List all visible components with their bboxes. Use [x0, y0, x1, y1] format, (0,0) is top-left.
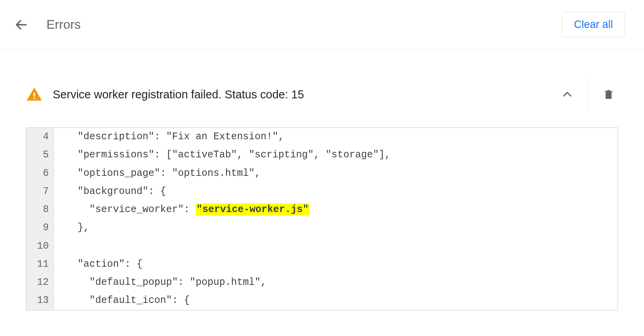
code-row: 5 "permissions": ["activeTab", "scriptin…	[26, 146, 618, 164]
error-controls	[558, 79, 618, 110]
chevron-up-icon	[561, 89, 573, 100]
code-line: },	[54, 219, 618, 237]
line-number: 13	[26, 292, 54, 310]
line-number: 12	[26, 273, 54, 292]
code-line: "default_icon": {	[54, 292, 618, 310]
code-row: 10	[26, 237, 618, 255]
line-number: 8	[26, 201, 54, 219]
line-number: 10	[26, 237, 54, 255]
error-header-row: Service worker registration failed. Stat…	[26, 73, 618, 120]
code-row: 4 "description": "Fix an Extension!",	[26, 128, 618, 146]
svg-rect-1	[33, 93, 35, 97]
code-row: 8 "service_worker": "service-worker.js"	[26, 201, 618, 219]
trash-icon	[603, 89, 614, 100]
clear-all-button[interactable]: Clear all	[562, 12, 625, 37]
page-header: Errors Clear all	[0, 0, 644, 50]
code-line: "description": "Fix an Extension!",	[54, 128, 618, 146]
code-row: 7 "background": {	[26, 183, 618, 201]
code-row: 6 "options_page": "options.html",	[26, 164, 618, 183]
error-message: Service worker registration failed. Stat…	[53, 88, 558, 101]
code-line: "service_worker": "service-worker.js"	[54, 201, 618, 219]
code-line	[54, 237, 618, 255]
error-panel: Service worker registration failed. Stat…	[26, 73, 618, 310]
code-snippet: 4 "description": "Fix an Extension!",5 "…	[26, 127, 618, 310]
back-button[interactable]	[12, 15, 31, 34]
code-line: "background": {	[54, 183, 618, 201]
code-row: 9 },	[26, 219, 618, 237]
line-number: 4	[26, 128, 54, 146]
line-number: 11	[26, 255, 54, 273]
code-line: "default_popup": "popup.html",	[54, 273, 618, 292]
collapse-button[interactable]	[558, 85, 577, 104]
line-number: 6	[26, 164, 54, 183]
arrow-left-icon	[14, 18, 28, 32]
page-title: Errors	[46, 17, 562, 32]
code-line: "permissions": ["activeTab", "scripting"…	[54, 146, 618, 164]
code-row: 12 "default_popup": "popup.html",	[26, 273, 618, 292]
vertical-divider	[588, 79, 588, 110]
code-row: 13 "default_icon": {	[26, 292, 618, 310]
line-number: 7	[26, 183, 54, 201]
code-line: "options_page": "options.html",	[54, 164, 618, 183]
line-number: 5	[26, 146, 54, 164]
delete-error-button[interactable]	[599, 85, 618, 104]
highlighted-token: "service-worker.js"	[196, 203, 309, 216]
code-row: 11 "action": {	[26, 255, 618, 273]
warning-icon	[26, 86, 43, 103]
svg-rect-2	[33, 98, 35, 99]
code-line: "action": {	[54, 255, 618, 273]
line-number: 9	[26, 219, 54, 237]
